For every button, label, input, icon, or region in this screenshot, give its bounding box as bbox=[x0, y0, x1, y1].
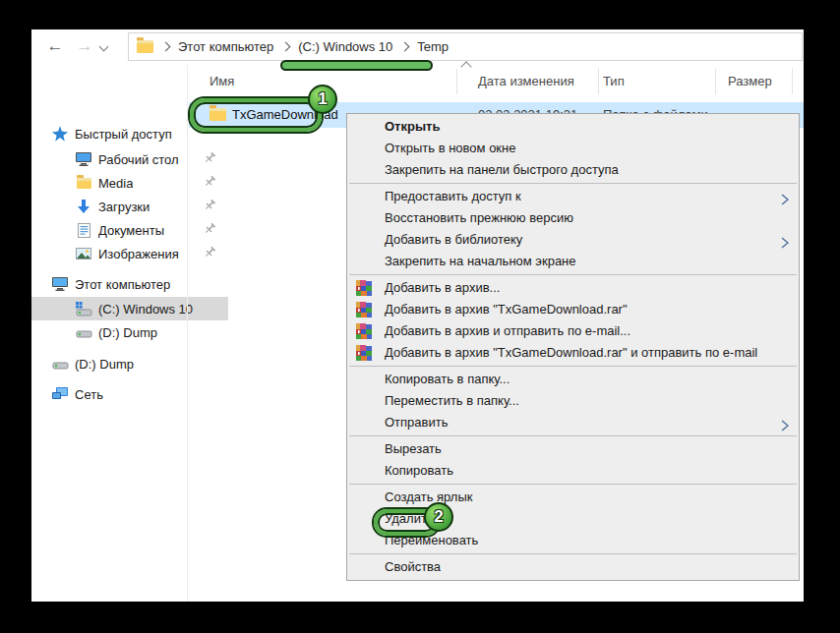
sidebar-item-pictures[interactable]: Изображения bbox=[31, 242, 228, 265]
sidebar-item-label: Документы bbox=[98, 223, 164, 238]
menu-item-create-shortcut[interactable]: Создать ярлык bbox=[347, 487, 799, 508]
pin-icon bbox=[203, 175, 216, 189]
sidebar-item-label: Быстрый доступ bbox=[75, 127, 172, 142]
screenshot-root: ← → ↑ Этот компьютер (C:) Windows 10 Tem… bbox=[0, 0, 840, 633]
breadcrumb-drive-c[interactable]: (C:) Windows 10 bbox=[298, 39, 392, 54]
menu-item-include-in-library[interactable]: Добавить в библиотеку bbox=[347, 229, 799, 251]
breadcrumb-this-pc[interactable]: Этот компьютер bbox=[178, 39, 273, 54]
breadcrumb-separator-icon bbox=[161, 42, 171, 52]
back-button[interactable]: ← bbox=[43, 33, 67, 59]
menu-item-add-to-archive-named[interactable]: Добавить в архив "TxGameDownload.rar" bbox=[347, 299, 799, 320]
column-header-date[interactable]: Дата изменения bbox=[457, 69, 599, 94]
pin-icon bbox=[203, 151, 216, 165]
sidebar-item-downloads[interactable]: Загрузки bbox=[31, 195, 228, 218]
column-headers: Имя Дата изменения Тип Размер bbox=[189, 69, 804, 96]
annotation-underline-path bbox=[280, 60, 433, 71]
menu-item-restore-previous[interactable]: Восстановить прежнюю версию bbox=[347, 207, 799, 229]
sidebar-item-desktop[interactable]: Рабочий стол bbox=[31, 147, 228, 171]
menu-item-pin-quick-access[interactable]: Закрепить на панели быстрого доступа bbox=[347, 159, 799, 181]
drive-icon bbox=[51, 355, 69, 373]
pin-icon bbox=[203, 199, 216, 212]
breadcrumb-temp[interactable]: Temp bbox=[417, 39, 449, 54]
annotation-badge-step2: 2 bbox=[424, 502, 453, 532]
desktop-monitor-icon bbox=[75, 150, 92, 168]
drive-icon bbox=[75, 323, 92, 341]
pane-divider bbox=[187, 65, 188, 602]
menu-item-add-archive-named-email[interactable]: Добавить в архив "TxGameDownload.rar" и … bbox=[347, 342, 799, 364]
computer-icon bbox=[51, 275, 69, 293]
pin-icon bbox=[203, 222, 216, 236]
sidebar-item-this-pc[interactable]: Этот компьютер bbox=[31, 272, 205, 296]
column-header-size[interactable]: Размер bbox=[716, 69, 793, 94]
sidebar-item-label: (D:) Dump bbox=[98, 325, 157, 340]
menu-item-cut[interactable]: Вырезать bbox=[347, 438, 799, 460]
address-bar[interactable]: Этот компьютер (C:) Windows 10 Temp bbox=[128, 32, 803, 61]
annotation-ring-step1 bbox=[190, 98, 322, 132]
pin-icon bbox=[203, 246, 216, 259]
menu-item-open[interactable]: Открыть bbox=[347, 116, 799, 138]
sidebar-item-label: Загрузки bbox=[98, 200, 150, 214]
menu-item-open-new-window[interactable]: Открыть в новом окне bbox=[347, 138, 799, 159]
menu-item-move-to-folder[interactable]: Переместить в папку... bbox=[347, 390, 799, 412]
sidebar-item-media[interactable]: Media bbox=[31, 171, 228, 195]
sidebar-item-label: Этот компьютер bbox=[75, 277, 170, 292]
column-header-type[interactable]: Тип bbox=[599, 69, 716, 94]
annotation-badge-step1: 1 bbox=[308, 85, 337, 114]
menu-separator bbox=[349, 366, 797, 367]
sidebar-item-network[interactable]: Сеть bbox=[31, 382, 205, 406]
forward-button[interactable]: → bbox=[73, 33, 96, 59]
sidebar-item-label: Рабочий стол bbox=[98, 152, 179, 167]
navigation-pane: Быстрый доступ Рабочий стол Media bbox=[31, 65, 187, 602]
quick-access-star-icon bbox=[51, 125, 69, 143]
address-folder-icon bbox=[137, 40, 153, 53]
download-arrow-icon bbox=[75, 198, 92, 215]
breadcrumb-separator-icon bbox=[281, 42, 291, 52]
sidebar-item-label: Изображения bbox=[98, 247, 179, 261]
sidebar-item-drive-c[interactable]: (C:) Windows 10 bbox=[31, 297, 228, 320]
network-icon bbox=[51, 385, 69, 403]
menu-item-add-to-archive[interactable]: Добавить в архив... bbox=[347, 277, 799, 299]
folder-icon bbox=[75, 174, 92, 192]
breadcrumb-separator-icon bbox=[400, 42, 410, 52]
sidebar-item-label: (C:) Windows 10 bbox=[98, 302, 193, 316]
submenu-arrow-icon bbox=[781, 417, 789, 438]
menu-item-send-to[interactable]: Отправить bbox=[347, 412, 799, 433]
menu-item-pin-to-start[interactable]: Закрепить на начальном экране bbox=[347, 251, 799, 272]
sidebar-item-drive-d[interactable]: (D:) Dump bbox=[31, 352, 205, 375]
menu-separator bbox=[349, 484, 797, 485]
sidebar-item-label: Media bbox=[98, 176, 133, 191]
menu-item-copy[interactable]: Копировать bbox=[347, 460, 799, 482]
menu-separator bbox=[349, 274, 797, 275]
sidebar-item-documents[interactable]: Документы bbox=[31, 218, 228, 242]
menu-item-copy-to-folder[interactable]: Копировать в папку... bbox=[347, 369, 799, 390]
winrar-icon bbox=[356, 345, 372, 368]
menu-item-properties[interactable]: Свойства bbox=[347, 556, 799, 578]
sidebar-item-drive-d-child[interactable]: (D:) Dump bbox=[31, 320, 228, 344]
recent-locations-chevron-icon[interactable] bbox=[99, 42, 109, 52]
menu-separator bbox=[349, 183, 797, 184]
drive-c-icon bbox=[75, 300, 92, 317]
document-icon bbox=[75, 221, 92, 239]
menu-item-give-access[interactable]: Предоставить доступ к bbox=[347, 186, 799, 207]
sidebar-item-quick-access[interactable]: Быстрый доступ bbox=[31, 122, 205, 145]
menu-separator bbox=[349, 553, 797, 554]
sidebar-item-label: (D:) Dump bbox=[75, 357, 134, 372]
menu-separator bbox=[349, 435, 797, 436]
picture-icon bbox=[75, 245, 92, 262]
sidebar-item-label: Сеть bbox=[75, 387, 103, 402]
menu-item-add-archive-email[interactable]: Добавить в архив и отправить по e-mail..… bbox=[347, 320, 799, 342]
